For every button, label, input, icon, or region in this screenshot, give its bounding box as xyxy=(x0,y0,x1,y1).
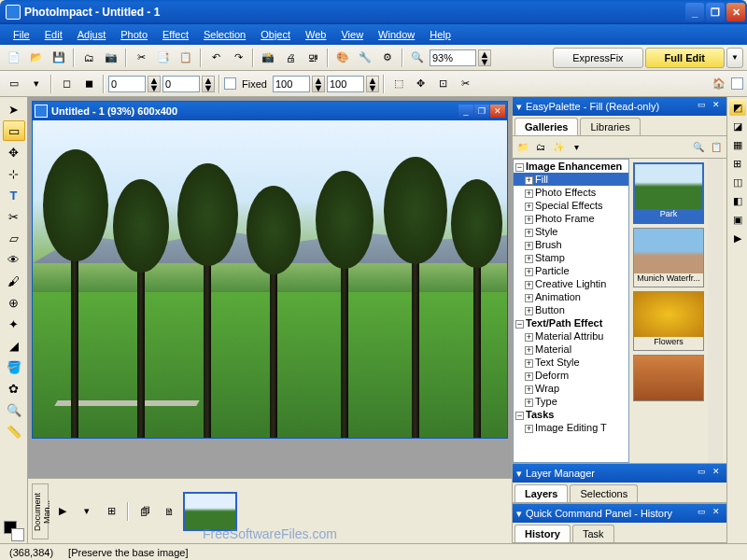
tab-layers[interactable]: Layers xyxy=(514,484,568,502)
zoom-icon[interactable]: 🔍 xyxy=(407,48,428,68)
tab-task[interactable]: Task xyxy=(572,525,614,542)
erase-tool-icon[interactable]: ◢ xyxy=(3,335,25,356)
menu-window[interactable]: Window xyxy=(371,27,422,42)
cut-icon[interactable]: ✂ xyxy=(131,48,151,68)
tab-galleries[interactable]: Galleries xyxy=(514,118,578,135)
fulledit-button[interactable]: Full Edit xyxy=(645,48,725,68)
quick-close-icon[interactable]: ✕ xyxy=(710,507,723,520)
redo-icon[interactable]: ↷ xyxy=(228,48,248,68)
home-icon[interactable]: 🏠 xyxy=(709,74,729,94)
undo-icon[interactable]: ↶ xyxy=(205,48,226,68)
save-icon[interactable]: 💾 xyxy=(49,48,69,68)
shape-icon[interactable]: ▭ xyxy=(4,74,24,94)
tree-item-brush[interactable]: +Brush xyxy=(514,238,628,251)
arrow-tool-icon[interactable]: ➤ xyxy=(3,99,25,119)
tree-item-stamp[interactable]: +Stamp xyxy=(514,251,628,264)
thumb-play-icon[interactable]: ▶ xyxy=(52,501,73,522)
h-spinner[interactable]: ▲▼ xyxy=(366,76,379,92)
ep-dd-icon[interactable]: ▾ xyxy=(568,139,585,156)
ep-copy-icon[interactable]: 📋 xyxy=(708,139,725,156)
print-icon[interactable]: 🖨 xyxy=(280,48,301,68)
tree-item-deform[interactable]: +Deform xyxy=(514,369,628,382)
browse-icon[interactable]: 🗂 xyxy=(78,48,99,68)
thumb-dd-icon[interactable]: ▾ xyxy=(77,501,97,522)
mode1-icon[interactable]: ◻ xyxy=(56,74,77,94)
tree-item-imageediting[interactable]: +Image Editing T xyxy=(514,421,628,434)
ep-btn2-icon[interactable]: 🗂 xyxy=(532,139,549,156)
menu-adjust[interactable]: Adjust xyxy=(70,27,114,42)
tree-item-button[interactable]: +Button xyxy=(514,303,628,316)
perspective-tool-icon[interactable]: ▱ xyxy=(3,228,25,248)
tree-item-wrap[interactable]: +Wrap xyxy=(514,382,628,395)
zoom-tool-icon[interactable]: 🔍 xyxy=(3,399,25,420)
tree-item-type[interactable]: +Type xyxy=(514,395,628,408)
tree-item-material[interactable]: +Material xyxy=(514,343,628,356)
panel-dd-icon[interactable]: ▾ xyxy=(516,101,522,113)
quickcommand-titlebar[interactable]: ▾ Quick Command Panel - History ▭ ✕ xyxy=(513,504,726,523)
docmanager-tab[interactable]: Document Man... xyxy=(32,483,49,539)
marquee-tool-icon[interactable]: ▭ xyxy=(3,120,25,141)
ft-2-icon[interactable]: ◪ xyxy=(729,118,746,134)
category-tree[interactable]: −Image Enhancemen +Fill +Photo Effects +… xyxy=(513,159,629,463)
mode2-icon[interactable]: ◼ xyxy=(78,74,99,94)
right-checkbox[interactable] xyxy=(731,77,743,90)
quick-dd-icon[interactable]: ▾ xyxy=(516,508,522,520)
window-minimize-button[interactable]: _ xyxy=(685,3,704,21)
extras2-icon[interactable]: 🔧 xyxy=(355,48,375,68)
y-spinner[interactable]: ▲▼ xyxy=(202,76,215,92)
thumb-opt1-icon[interactable]: 🗐 xyxy=(134,501,155,522)
document-thumbnail[interactable] xyxy=(183,492,237,531)
menu-view[interactable]: View xyxy=(333,27,371,42)
menu-selection[interactable]: Selection xyxy=(196,27,253,42)
text-tool-icon[interactable]: T xyxy=(3,185,25,205)
ft-3-icon[interactable]: ▦ xyxy=(729,136,746,153)
transform-tool-icon[interactable]: ✥ xyxy=(3,142,25,162)
doc-minimize-button[interactable]: _ xyxy=(458,105,473,118)
panel-close-icon[interactable]: ✕ xyxy=(710,100,723,113)
layer-min-icon[interactable]: ▭ xyxy=(695,467,708,480)
measure-tool-icon[interactable]: 📏 xyxy=(3,421,25,441)
fixed-checkbox[interactable] xyxy=(224,77,236,90)
retouch-tool-icon[interactable]: 👁 xyxy=(3,249,25,270)
thumb-view-icon[interactable]: ⊞ xyxy=(101,501,121,522)
tab-history[interactable]: History xyxy=(514,525,571,542)
open-icon[interactable]: 📂 xyxy=(26,48,47,68)
ft-1-icon[interactable]: ◩ xyxy=(729,99,746,116)
x-spinner[interactable]: ▲▼ xyxy=(148,76,161,92)
layer-close-icon[interactable]: ✕ xyxy=(710,467,723,480)
w-input[interactable] xyxy=(273,76,310,92)
zoom-spinner[interactable]: ▲▼ xyxy=(478,49,491,66)
menu-web[interactable]: Web xyxy=(298,27,333,42)
tree-root-text[interactable]: −Text/Path Effect xyxy=(514,316,628,329)
opt1-icon[interactable]: ⬚ xyxy=(388,74,409,94)
x-input[interactable] xyxy=(108,76,146,92)
menu-edit[interactable]: Edit xyxy=(37,27,70,42)
tree-item-textstyle[interactable]: +Text Style xyxy=(514,356,628,369)
ep-search-icon[interactable]: 🔍 xyxy=(690,139,707,156)
mode-dropdown-icon[interactable]: ▼ xyxy=(726,48,743,68)
gallery-item-munich[interactable]: Munich Waterfr... xyxy=(633,228,704,287)
crop-tool-icon[interactable]: ✂ xyxy=(3,206,25,227)
ft-7-icon[interactable]: ▣ xyxy=(729,211,746,228)
fill-tool-icon[interactable]: 🪣 xyxy=(3,357,25,377)
tree-root-image[interactable]: −Image Enhancemen xyxy=(514,160,628,173)
tree-item-photoframe[interactable]: +Photo Frame xyxy=(514,212,628,225)
picker-tool-icon[interactable]: ⊹ xyxy=(3,163,25,184)
menu-effect[interactable]: Effect xyxy=(155,27,196,42)
tree-item-particle[interactable]: +Particle xyxy=(514,264,628,277)
ft-4-icon[interactable]: ⊞ xyxy=(729,155,746,172)
w-spinner[interactable]: ▲▼ xyxy=(312,76,325,92)
paste-icon[interactable]: 📋 xyxy=(176,48,196,68)
layermanager-titlebar[interactable]: ▾ Layer Manager ▭ ✕ xyxy=(513,464,726,483)
tree-item-lighting[interactable]: +Creative Lightin xyxy=(514,277,628,290)
menu-help[interactable]: Help xyxy=(422,27,458,42)
color-swatch[interactable] xyxy=(4,521,24,541)
clone-tool-icon[interactable]: ⊕ xyxy=(3,292,25,313)
menu-file[interactable]: File xyxy=(6,27,37,42)
gallery-scrollbar[interactable] xyxy=(708,159,723,463)
tree-item-fill[interactable]: +Fill xyxy=(514,173,628,186)
extras1-icon[interactable]: 🎨 xyxy=(332,48,353,68)
tab-selections[interactable]: Selections xyxy=(570,484,638,502)
window-maximize-button[interactable]: ❐ xyxy=(706,3,725,21)
crop-icon[interactable]: ✂ xyxy=(456,74,476,94)
